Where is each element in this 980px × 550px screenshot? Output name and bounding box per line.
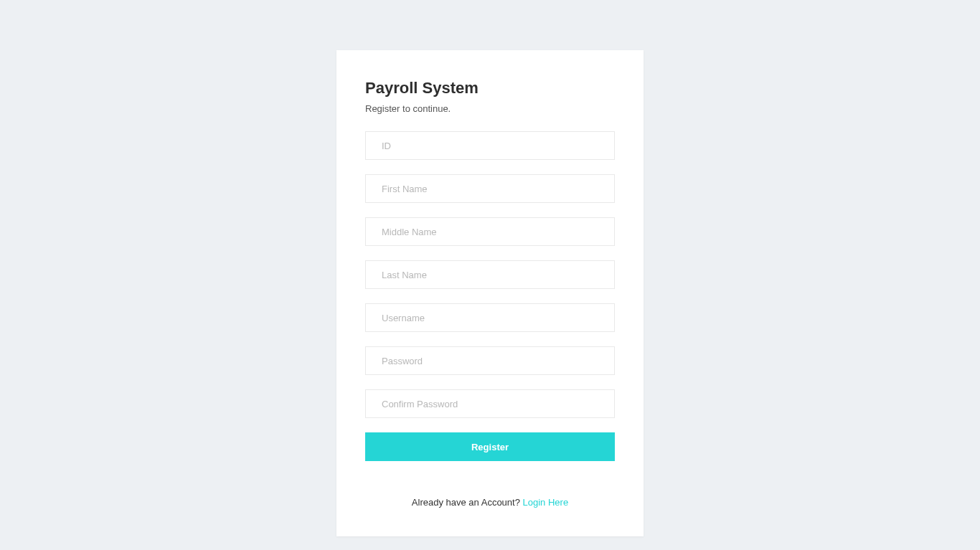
registration-card: Payroll System Register to continue. Reg… — [336, 50, 644, 536]
username-field[interactable] — [365, 303, 615, 332]
footer-prompt: Already have an Account? Login Here — [365, 497, 615, 508]
last-name-field[interactable] — [365, 260, 615, 289]
login-link[interactable]: Login Here — [523, 497, 569, 508]
footer-prompt-text: Already have an Account? — [412, 497, 523, 508]
page-subtitle: Register to continue. — [365, 103, 615, 114]
page-title: Payroll System — [365, 79, 615, 98]
password-field[interactable] — [365, 346, 615, 375]
id-field[interactable] — [365, 131, 615, 160]
confirm-password-field[interactable] — [365, 389, 615, 418]
middle-name-field[interactable] — [365, 217, 615, 246]
register-button[interactable]: Register — [365, 432, 615, 461]
first-name-field[interactable] — [365, 174, 615, 203]
